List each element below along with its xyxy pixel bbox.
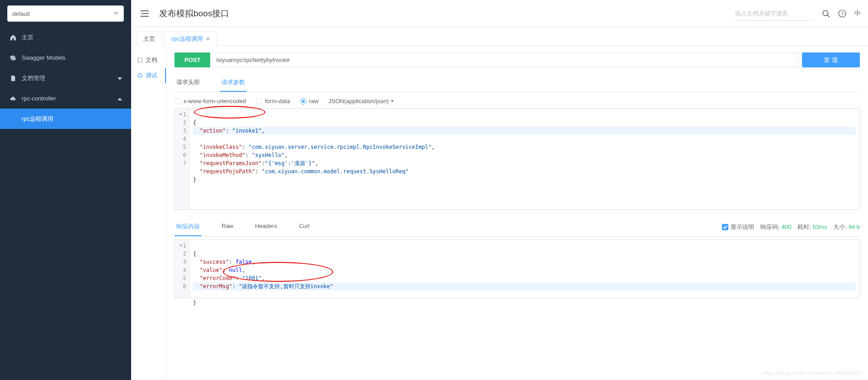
sidebar-item-swagger-models[interactable]: Swagger Models — [0, 48, 131, 68]
close-icon[interactable]: ✕ — [206, 36, 210, 42]
chevron-down-icon — [391, 100, 394, 102]
home-icon — [9, 34, 17, 41]
svg-point-0 — [823, 10, 828, 15]
response-body-editor[interactable]: 123456 { "success": false, "value": null… — [175, 239, 860, 298]
cog-icon — [9, 55, 17, 61]
tab-label: 主页 — [143, 35, 155, 43]
resp-tab-headers[interactable]: Headers — [253, 218, 279, 236]
sidebar-item-label: rpc远程调用 — [22, 115, 53, 123]
bug-icon — [137, 73, 143, 78]
annotation-ellipse — [194, 106, 265, 119]
doc-icon — [9, 75, 17, 81]
resp-tab-body[interactable]: 响应内容 — [175, 218, 202, 236]
radio-urlencoded[interactable]: x-www-form-urlencoded — [175, 98, 246, 104]
page-tabs: 主页 rpc远程调用 ✕ — [131, 27, 868, 46]
send-button[interactable]: 发 送 — [802, 52, 860, 67]
resp-tab-raw[interactable]: Raw — [220, 218, 235, 236]
language-switch[interactable]: 中 — [854, 10, 861, 18]
check-icon — [723, 225, 727, 229]
tab-rpc-remote[interactable]: rpc远程调用 ✕ — [165, 31, 217, 46]
line-gutter: 1234567 — [175, 109, 189, 209]
content-type-select[interactable]: JSON(application/json) — [329, 98, 394, 104]
svg-text:?: ? — [841, 11, 844, 16]
inspector-doc[interactable]: 文档 — [131, 52, 166, 68]
request-body-editor[interactable]: 1234567 { "action": "invoke1", "invokeCl… — [175, 108, 860, 210]
project-selector-value: default — [12, 10, 30, 17]
sidebar-item-rpc-controller[interactable]: rpc-controller — [0, 88, 131, 109]
help-icon: ? — [838, 10, 846, 18]
http-method-badge: POST — [175, 52, 210, 67]
search-input[interactable] — [732, 6, 814, 21]
collapse-sidebar-button[interactable] — [138, 7, 151, 20]
inspector-panel: 文档 调试 — [131, 46, 166, 380]
chevron-down-icon — [113, 11, 119, 16]
sidebar-item-label: rpc-controller — [22, 95, 56, 102]
topbar: 发布模拟boos接口 ? 中 — [131, 0, 868, 27]
help-button[interactable]: ? — [838, 10, 846, 18]
inspector-label: 文档 — [146, 56, 157, 64]
radio-formdata[interactable]: form-data — [256, 98, 290, 104]
sidebar: default 主页 Swagger Models 文档管理 rpc-contr… — [0, 0, 131, 380]
content-area: POST 发 送 请求头部 请求参数 x-www-form-urlencoded… — [166, 46, 868, 380]
sidebar-item-label: Swagger Models — [22, 54, 66, 61]
status-time: 耗时: 53ms — [797, 223, 827, 231]
status-code: 响应码: 400 — [760, 223, 791, 231]
inspector-label: 调试 — [146, 71, 157, 80]
tab-label: rpc远程调用 — [171, 35, 203, 43]
radio-raw[interactable]: raw — [300, 98, 319, 104]
project-selector[interactable]: default — [7, 5, 124, 22]
menu-collapse-icon — [141, 10, 149, 18]
search-button[interactable] — [822, 10, 830, 18]
resp-tab-curl[interactable]: Curl — [297, 218, 311, 236]
request-tabs: 请求头部 请求参数 — [175, 74, 860, 92]
request-body-code[interactable]: { "action": "invoke1", "invokeClass": "c… — [189, 109, 859, 209]
file-icon — [137, 57, 143, 63]
chevron-up-icon — [118, 95, 122, 102]
url-input[interactable] — [210, 52, 798, 67]
inspector-debug[interactable]: 调试 — [131, 68, 166, 83]
request-tab-params[interactable]: 请求参数 — [220, 74, 247, 92]
request-tab-headers[interactable]: 请求头部 — [175, 74, 202, 92]
sidebar-subitem-rpc-remote[interactable]: rpc远程调用 — [0, 109, 131, 129]
sidebar-item-home[interactable]: 主页 — [0, 27, 131, 48]
watermark: https://blog.csdn.net/weixin_40990818 — [762, 370, 862, 376]
cloud-icon — [9, 95, 17, 102]
response-bar: 响应内容 Raw Headers Curl 显示说明 响应码: 400 耗时: … — [175, 218, 860, 237]
status-size: 大小: 94 b — [833, 223, 860, 231]
body-type-selector: x-www-form-urlencoded form-data raw JSON… — [175, 98, 860, 104]
search-icon — [822, 10, 830, 18]
show-desc-checkbox[interactable]: 显示说明 — [722, 223, 754, 231]
line-gutter: 123456 — [175, 240, 189, 298]
response-body-code[interactable]: { "success": false, "value": null, "erro… — [189, 240, 859, 298]
sidebar-item-label: 文档管理 — [22, 74, 45, 82]
chevron-down-icon — [118, 75, 122, 81]
sidebar-item-label: 主页 — [22, 33, 33, 42]
sidebar-item-doc-manage[interactable]: 文档管理 — [0, 68, 131, 88]
page-title: 发布模拟boos接口 — [159, 8, 229, 19]
tab-home[interactable]: 主页 — [137, 31, 162, 46]
